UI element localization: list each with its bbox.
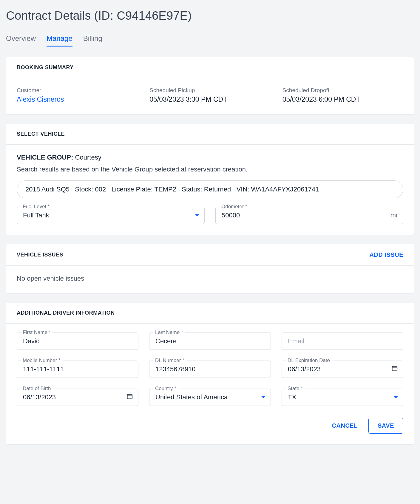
- state-value: TX: [288, 393, 296, 401]
- pickup-value: 05/03/2023 3:30 PM CDT: [149, 95, 270, 103]
- vehicle-group-label: VEHICLE GROUP:: [17, 154, 73, 161]
- select-vehicle-header: SELECT VEHICLE: [6, 124, 414, 145]
- first-name-field: First Name *: [17, 333, 138, 350]
- customer-label: Customer: [17, 87, 138, 94]
- booking-summary-card: BOOKING SUMMARY Customer Alexis Cisneros…: [6, 57, 414, 114]
- email-input[interactable]: [282, 333, 403, 350]
- select-vehicle-title: SELECT VEHICLE: [17, 131, 65, 137]
- driver-actions: CANCEL SAVE: [17, 418, 403, 434]
- dl-number-field: DL Number *: [149, 361, 271, 378]
- pickup-label: Scheduled Pickup: [149, 87, 270, 94]
- driver-info-title: ADDITIONAL DRIVER INFORMATION: [17, 310, 115, 316]
- odometer-field: Odometer * mi: [215, 207, 403, 224]
- odometer-label: Odometer *: [220, 204, 249, 210]
- add-issue-button[interactable]: ADD ISSUE: [370, 251, 403, 258]
- customer-block: Customer Alexis Cisneros: [17, 87, 138, 103]
- last-name-label: Last Name *: [153, 330, 185, 336]
- dropoff-block: Scheduled Dropoff 05/03/2023 6:00 PM CDT: [282, 87, 403, 103]
- select-vehicle-card: SELECT VEHICLE VEHICLE GROUP: Courtesy S…: [6, 124, 414, 235]
- dl-expiration-label: DL Expiration Date: [286, 358, 332, 364]
- fuel-level-value: Full Tank: [23, 211, 49, 219]
- no-issues-text: No open vehicle issues: [17, 275, 403, 282]
- dob-label: Date of Birth: [21, 386, 53, 392]
- vehicle-issues-card: VEHICLE ISSUES ADD ISSUE No open vehicle…: [6, 244, 414, 293]
- dropoff-label: Scheduled Dropoff: [282, 87, 403, 94]
- driver-info-header: ADDITIONAL DRIVER INFORMATION: [6, 303, 414, 324]
- mobile-number-label: Mobile Number *: [21, 358, 62, 364]
- first-name-label: First Name *: [21, 330, 52, 336]
- email-field: [282, 333, 403, 350]
- vehicle-group-line: VEHICLE GROUP: Courtesy: [17, 154, 403, 161]
- booking-summary-header: BOOKING SUMMARY: [6, 57, 414, 78]
- country-field: Country * United States of America: [149, 389, 271, 406]
- country-value: United States of America: [155, 393, 228, 401]
- tab-overview[interactable]: Overview: [6, 34, 36, 47]
- vehicle-issues-header: VEHICLE ISSUES ADD ISSUE: [6, 244, 414, 266]
- page-title: Contract Details (ID: C94146E97E): [6, 9, 414, 22]
- dl-number-label: DL Number *: [153, 358, 186, 364]
- save-button[interactable]: SAVE: [368, 418, 403, 434]
- driver-info-card: ADDITIONAL DRIVER INFORMATION First Name…: [6, 303, 414, 444]
- fuel-level-label: Fuel Level *: [21, 204, 51, 210]
- booking-summary-title: BOOKING SUMMARY: [17, 64, 74, 71]
- dl-expiration-field: DL Expiration Date: [282, 361, 403, 378]
- pickup-block: Scheduled Pickup 05/03/2023 3:30 PM CDT: [149, 87, 270, 103]
- cancel-button[interactable]: CANCEL: [330, 418, 360, 433]
- state-field: State * TX: [282, 389, 403, 406]
- vehicle-issues-title: VEHICLE ISSUES: [17, 252, 63, 258]
- tabs: Overview Manage Billing: [6, 34, 414, 47]
- tab-manage[interactable]: Manage: [47, 34, 72, 47]
- dob-field: Date of Birth: [17, 389, 138, 406]
- state-label: State *: [286, 386, 305, 392]
- country-label: Country *: [153, 386, 178, 392]
- last-name-field: Last Name *: [149, 333, 271, 350]
- tab-billing[interactable]: Billing: [83, 34, 102, 47]
- vehicle-search-note: Search results are based on the Vehicle …: [17, 166, 403, 173]
- mobile-number-field: Mobile Number *: [17, 361, 138, 378]
- vehicle-selected-pill[interactable]: 2018 Audi SQ5 Stock: 002 License Plate: …: [17, 180, 403, 198]
- customer-link[interactable]: Alexis Cisneros: [17, 95, 138, 103]
- fuel-level-field: Fuel Level * Full Tank: [17, 207, 205, 224]
- dropoff-value: 05/03/2023 6:00 PM CDT: [282, 95, 403, 103]
- vehicle-group-value: Courtesy: [75, 154, 101, 161]
